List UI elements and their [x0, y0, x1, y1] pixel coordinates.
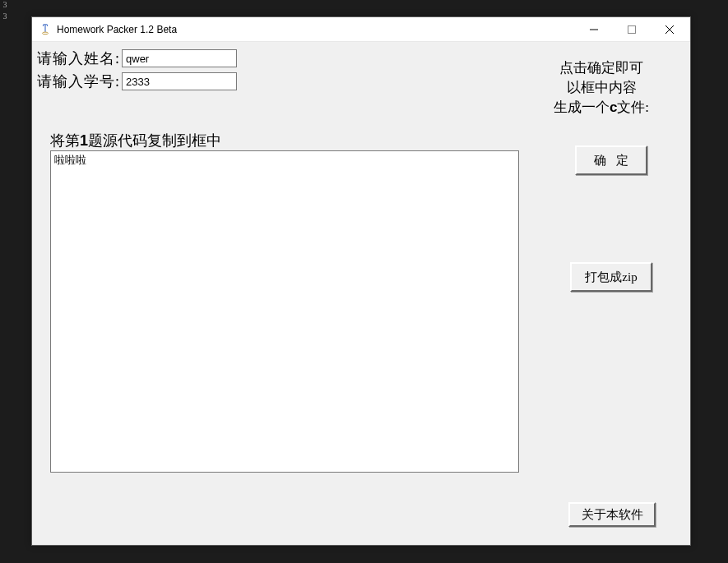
- zip-button[interactable]: 打包成zip: [570, 262, 652, 292]
- name-label: 请输入姓名:: [37, 48, 120, 68]
- window-title: Homework Packer 1.2 Beta: [57, 24, 575, 35]
- side-tab-1: 3: [0, 0, 10, 10]
- code-label: 将第1题源代码复制到框中: [50, 131, 221, 150]
- side-tab-2: 3: [0, 12, 10, 21]
- window-controls: [575, 17, 689, 41]
- svg-point-0: [43, 32, 49, 35]
- minimize-button[interactable]: [575, 17, 613, 42]
- instruction-line2: 以框中内容: [536, 78, 667, 98]
- name-input[interactable]: [122, 49, 237, 67]
- close-button[interactable]: [651, 17, 689, 42]
- window-content: 请输入姓名: 请输入学号: 点击确定即可 以框中内容 生成一个c文件: 将第1题…: [32, 42, 690, 545]
- maximize-button[interactable]: [613, 17, 651, 42]
- titlebar: Homework Packer 1.2 Beta: [32, 17, 690, 42]
- side-panel: 3 3: [0, 0, 10, 21]
- instruction-text: 点击确定即可 以框中内容 生成一个c文件:: [536, 58, 667, 118]
- name-row: 请输入姓名:: [37, 48, 237, 68]
- code-textarea[interactable]: [50, 150, 519, 473]
- id-row: 请输入学号:: [37, 72, 237, 91]
- id-input[interactable]: [122, 72, 237, 90]
- instruction-line1: 点击确定即可: [536, 58, 667, 78]
- confirm-button[interactable]: 确定: [575, 145, 647, 175]
- instruction-line3: 生成一个c文件:: [536, 98, 667, 118]
- svg-rect-2: [628, 26, 636, 34]
- main-window: Homework Packer 1.2 Beta 请输入姓名: 请输入学号: 点…: [31, 16, 691, 546]
- about-button[interactable]: 关于本软件: [568, 502, 656, 527]
- id-label: 请输入学号:: [37, 72, 120, 91]
- app-icon: [39, 23, 52, 36]
